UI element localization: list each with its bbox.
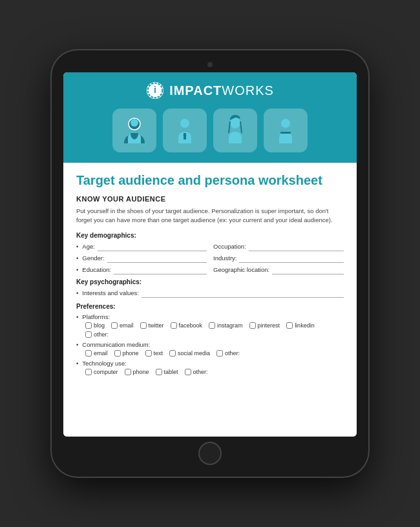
tablet-camera — [207, 62, 213, 67]
technology-section: • Technology use: computer phone tablet … — [76, 360, 344, 375]
occupation-label: Occupation: — [213, 243, 246, 250]
geographic-field: Geographic location: — [213, 265, 344, 274]
checkbox-pinterest[interactable]: pinterest — [249, 322, 280, 329]
technology-header: • Technology use: — [76, 360, 344, 367]
interests-label: Interests and values: — [82, 289, 139, 296]
intro-paragraph: Put yourself in the shoes of your target… — [76, 207, 344, 225]
education-field: • Education: — [76, 265, 207, 274]
technology-label: Technology use: — [82, 360, 127, 367]
demographics-label: Key demographics: — [76, 232, 344, 239]
age-field: • Age: — [76, 242, 207, 251]
checkbox-phone-tech[interactable]: phone — [125, 369, 149, 375]
checkbox-email-comm[interactable]: email — [85, 350, 108, 356]
communication-checkboxes: email phone text social media other: — [76, 350, 344, 356]
svg-point-9 — [281, 119, 290, 128]
tablet: i IMPACTWORKS — [52, 50, 368, 477]
logo-area: i IMPACTWORKS — [76, 81, 344, 99]
persona-icon-2 — [163, 108, 207, 152]
platforms-section: • Platforms: blog email twitter facebook… — [76, 313, 344, 338]
person4-icon — [269, 114, 302, 147]
field-row-3: • Education: Geographic location: — [76, 265, 344, 274]
geographic-label: Geographic location: — [213, 266, 269, 273]
industry-label: Industry: — [213, 254, 236, 262]
checkbox-instagram[interactable]: instagram — [209, 322, 243, 329]
education-input-line[interactable] — [114, 265, 207, 274]
checkbox-twitter[interactable]: twitter — [140, 322, 164, 329]
education-label: Education: — [82, 266, 111, 273]
logo-text: IMPACTWORKS — [169, 83, 274, 98]
persona-icon-3 — [213, 108, 257, 152]
checkbox-phone-comm[interactable]: phone — [114, 350, 139, 356]
tablet-screen: i IMPACTWORKS — [63, 72, 357, 437]
interests-field: • Interests and values: — [76, 289, 344, 298]
logo-gear-icon: i — [146, 81, 164, 99]
person2-icon — [168, 114, 202, 147]
checkbox-other-tech[interactable]: other: — [185, 369, 208, 375]
technology-checkboxes: computer phone tablet other: — [76, 369, 344, 375]
svg-point-4 — [131, 119, 138, 127]
checkbox-email-platform[interactable]: email — [111, 322, 134, 329]
svg-rect-10 — [280, 132, 291, 134]
persona-icon-4 — [264, 108, 308, 152]
communication-section: • Communication medium: email phone text… — [76, 341, 344, 356]
svg-text:i: i — [154, 85, 156, 95]
person1-icon — [118, 114, 151, 147]
communication-header: • Communication medium: — [76, 341, 344, 348]
checkbox-social-media[interactable]: social media — [169, 350, 210, 356]
age-input-line[interactable] — [98, 242, 207, 251]
gender-field: • Gender: — [76, 254, 207, 263]
psychographics-label: Key psychographics: — [76, 278, 344, 285]
geographic-input-line[interactable] — [272, 265, 344, 274]
tablet-home-button[interactable] — [198, 442, 222, 465]
age-label: Age: — [82, 243, 95, 250]
checkbox-tablet[interactable]: tablet — [156, 369, 178, 375]
industry-input-line[interactable] — [239, 254, 344, 263]
field-row-1: • Age: Occupation: — [76, 242, 344, 251]
communication-label: Communication medium: — [82, 341, 150, 348]
occupation-field: Occupation: — [213, 242, 344, 251]
checkbox-linkedin[interactable]: linkedin — [286, 322, 315, 329]
know-audience-heading: KNOW YOUR AUDIENCE — [76, 195, 344, 203]
checkbox-blog[interactable]: blog — [85, 322, 105, 329]
industry-field: Industry: — [213, 254, 344, 263]
content-area: Target audience and persona worksheet KN… — [63, 163, 357, 437]
gender-label: Gender: — [82, 254, 104, 262]
platforms-checkboxes: blog email twitter facebook instagram pi… — [76, 322, 344, 338]
gender-input-line[interactable] — [107, 254, 207, 263]
preferences-label: Preferences: — [76, 303, 344, 310]
persona-icons-row — [76, 108, 344, 152]
page-title: Target audience and persona worksheet — [76, 172, 344, 189]
platforms-header: • Platforms: — [76, 313, 344, 320]
checkbox-text[interactable]: text — [145, 350, 163, 356]
header-section: i IMPACTWORKS — [63, 72, 357, 163]
platforms-label: Platforms: — [82, 313, 110, 320]
persona-icon-1 — [112, 108, 156, 152]
field-row-2: • Gender: Industry: — [76, 254, 344, 263]
interests-input-line[interactable] — [142, 289, 344, 298]
checkbox-other-comm[interactable]: other: — [216, 350, 240, 356]
svg-point-5 — [180, 119, 189, 128]
checkbox-computer[interactable]: computer — [85, 369, 118, 375]
person3-icon — [218, 114, 252, 147]
occupation-input-line[interactable] — [249, 242, 344, 251]
checkbox-other-platform[interactable]: other: — [85, 331, 109, 338]
checkbox-facebook[interactable]: facebook — [171, 322, 203, 329]
